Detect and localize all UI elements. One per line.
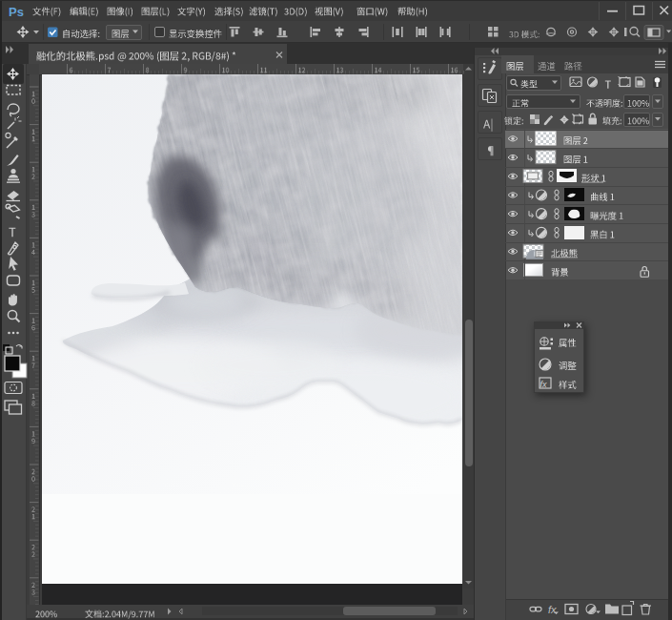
svg-text:Ps: Ps — [9, 5, 24, 19]
svg-text:fx: fx — [540, 380, 548, 389]
